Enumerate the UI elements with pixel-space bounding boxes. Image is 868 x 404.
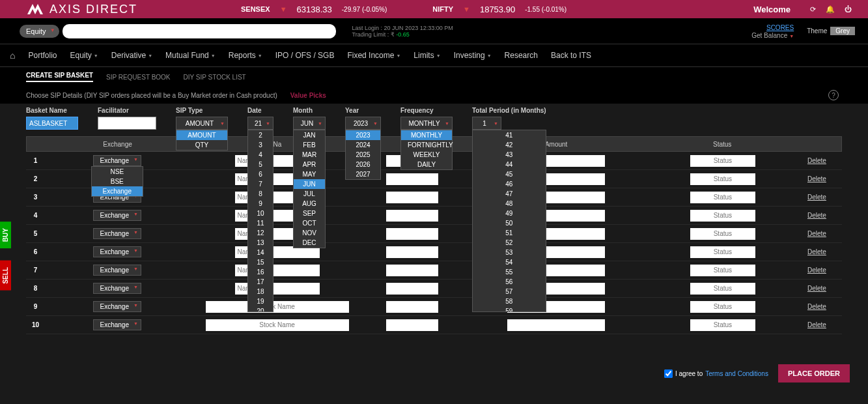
option-mar[interactable]: MAR [294,150,325,160]
option-dec[interactable]: DEC [294,238,325,248]
option-9[interactable]: 9 [248,199,273,209]
date-select[interactable]: 21▼ [247,117,273,130]
option-jun[interactable]: JUN [294,179,325,189]
option-50[interactable]: 50 [473,218,546,228]
option-3[interactable]: 3 [248,140,273,150]
qty-input[interactable] [386,173,438,185]
option-jul[interactable]: JUL [294,189,325,199]
option-apr[interactable]: APR [294,160,325,169]
theme-select[interactable]: Grey [830,27,855,35]
instrument-select[interactable]: Equity ▼ [20,25,59,38]
tab-diy-sip[interactable]: DIY SIP STOCK LIST [184,74,246,81]
delete-link[interactable]: Delete [807,303,826,310]
exchange-select[interactable]: Exchange▼ [93,210,141,221]
exchange-select[interactable]: Exchange▼ [93,283,141,294]
option-10[interactable]: 10 [248,209,273,218]
option-daily[interactable]: DAILY [401,160,452,169]
option-18[interactable]: 18 [248,287,273,296]
nav-derivative[interactable]: Derivative▼ [111,51,152,60]
power-icon[interactable]: ⏻ [845,5,852,14]
buy-button[interactable]: BUY [0,222,11,248]
exchange-select[interactable]: Exchange▼ [93,301,141,312]
option-2026[interactable]: 2026 [346,160,380,169]
option-12[interactable]: 12 [248,228,273,238]
exchange-select[interactable]: Exchange▼ [93,265,141,276]
option-8[interactable]: 8 [248,189,273,199]
qty-input[interactable] [386,319,438,331]
option-45[interactable]: 45 [473,169,546,179]
get-balance[interactable]: Get Balance [751,32,787,39]
exchange-select[interactable]: Exchange▼ [93,155,141,166]
place-order-button[interactable]: PLACE ORDER [778,364,850,382]
agree-checkbox-label[interactable]: I agree to Terms and Conditions [664,369,768,378]
sip-type-select[interactable]: AMOUNT▼ [176,117,228,130]
nav-research[interactable]: Research [505,51,538,60]
nav-reports[interactable]: Reports▼ [229,51,262,60]
basket-name-input[interactable] [26,117,78,130]
option-feb[interactable]: FEB [294,140,325,150]
option-47[interactable]: 47 [473,189,546,199]
qty-input[interactable] [386,228,438,240]
delete-link[interactable]: Delete [807,285,826,292]
tab-sip-request[interactable]: SIP REQUEST BOOK [106,74,171,81]
option-5[interactable]: 5 [248,160,273,169]
stock-name-input[interactable] [206,319,349,331]
agree-checkbox[interactable] [664,369,673,378]
option-58[interactable]: 58 [473,296,546,306]
option-19[interactable]: 19 [248,296,273,306]
nav-ipo-ofs-sgb[interactable]: IPO / OFS / SGB [275,51,335,60]
option-48[interactable]: 48 [473,199,546,209]
option-46[interactable]: 46 [473,179,546,189]
option-51[interactable]: 51 [473,228,546,238]
option-11[interactable]: 11 [248,218,273,228]
option-oct[interactable]: OCT [294,218,325,228]
nav-back-to-its[interactable]: Back to ITS [551,51,591,60]
bell-icon[interactable]: 🔔 [826,5,835,14]
nav-investing[interactable]: Investing▼ [454,51,492,60]
exchange-option-nse[interactable]: NSE [92,167,143,177]
option-amount[interactable]: AMOUNT [176,130,227,140]
exchange-select[interactable]: Exchange▼ [93,246,141,257]
option-sep[interactable]: SEP [294,209,325,218]
option-14[interactable]: 14 [248,248,273,257]
option-20[interactable]: 20 [248,306,273,312]
option-59[interactable]: 59 [473,306,546,312]
option-4[interactable]: 4 [248,150,273,160]
option-2027[interactable]: 2027 [346,169,380,179]
nav-portfolio[interactable]: Portfolio [28,51,57,60]
refresh-icon[interactable]: ⟳ [810,5,816,14]
option-17[interactable]: 17 [248,277,273,287]
option-2023[interactable]: 2023 [346,130,380,140]
nav-fixed-income[interactable]: Fixed Income▼ [347,51,400,60]
search-input[interactable] [63,24,336,38]
exchange-select[interactable]: Exchange▼ [93,319,141,330]
exchange-option-bse[interactable]: BSE [92,177,143,186]
option-52[interactable]: 52 [473,238,546,248]
option-nov[interactable]: NOV [294,228,325,238]
year-select[interactable]: 2023▼ [345,117,381,130]
month-select[interactable]: JUN▼ [293,117,326,130]
option-56[interactable]: 56 [473,277,546,287]
option-49[interactable]: 49 [473,209,546,218]
nav-mutual-fund[interactable]: Mutual Fund▼ [165,51,216,60]
option-41[interactable]: 41 [473,130,546,140]
option-may[interactable]: MAY [294,169,325,179]
scores-link[interactable]: SCORES [766,24,794,31]
option-13[interactable]: 13 [248,238,273,248]
qty-input[interactable] [386,210,438,222]
option-jan[interactable]: JAN [294,130,325,140]
exchange-option-exchange[interactable]: Exchange [92,186,143,196]
tab-create-sip[interactable]: CREATE SIP BASKET [26,72,93,82]
sell-button[interactable]: SELL [0,261,11,291]
option-54[interactable]: 54 [473,257,546,267]
delete-link[interactable]: Delete [807,194,826,201]
option-7[interactable]: 7 [248,179,273,189]
option-42[interactable]: 42 [473,140,546,150]
qty-input[interactable] [386,301,438,313]
amount-input[interactable] [507,319,605,331]
option-2024[interactable]: 2024 [346,140,380,150]
delete-link[interactable]: Delete [807,321,826,328]
option-6[interactable]: 6 [248,169,273,179]
frequency-select[interactable]: MONTHLY▼ [400,117,453,130]
stock-name-input[interactable] [206,301,349,313]
